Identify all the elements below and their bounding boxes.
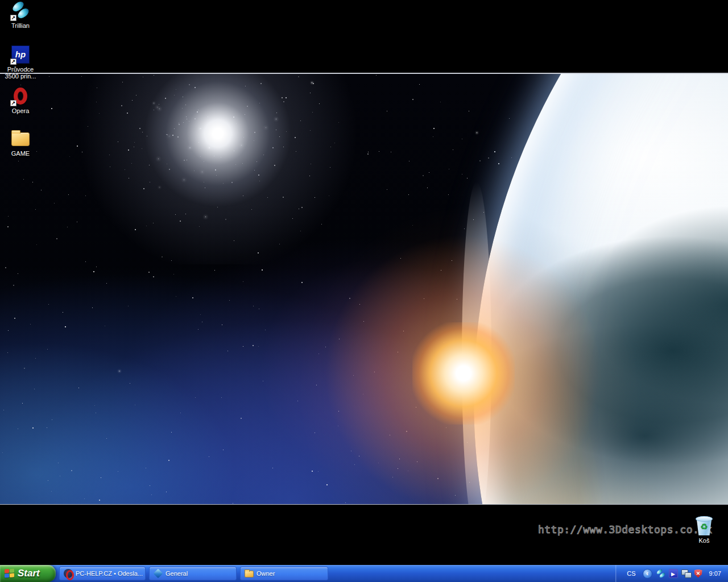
- diamond-icon: [154, 569, 163, 579]
- icon-label: Koš: [684, 537, 725, 544]
- icon-label-line2: 3500 prin...: [0, 73, 41, 80]
- desktop-icon-hp-wizard[interactable]: hp ↗ Průvodce 3500 prin...: [0, 45, 41, 80]
- windows-logo-icon: [5, 568, 15, 578]
- hp-icon: hp ↗: [11, 45, 30, 64]
- system-tray: CS ‹ ▶ ✕ 9:07: [615, 565, 728, 582]
- sun-flare-core: [412, 322, 515, 425]
- desktop-icon-game[interactable]: GAME: [0, 129, 41, 157]
- taskbar-button-pchelp[interactable]: PC-HELP.CZ • Odesla...: [59, 567, 146, 580]
- wallpaper: [0, 73, 728, 505]
- network-tray-icon[interactable]: [681, 569, 691, 578]
- desktop: ↗ Trillian hp ↗ Průvodce 3500 prin... ↗ …: [0, 0, 728, 582]
- trillian-icon: ↗: [11, 1, 30, 20]
- recycle-symbol-icon: ♻: [696, 521, 713, 533]
- shortcut-arrow-icon: ↗: [10, 100, 16, 106]
- icon-label: Trillian: [0, 22, 41, 29]
- icon-label: GAME: [0, 150, 41, 157]
- taskbar: Start PC-HELP.CZ • Odesla... General Own…: [0, 565, 728, 582]
- desktop-icon-opera[interactable]: ↗ Opera: [0, 86, 41, 114]
- taskbar-button-owner[interactable]: Owner: [240, 567, 328, 580]
- collapse-chevron-icon[interactable]: ‹: [643, 569, 652, 579]
- language-indicator[interactable]: CS: [623, 570, 639, 577]
- start-button[interactable]: Start: [0, 565, 56, 582]
- shortcut-arrow-icon: ↗: [10, 59, 16, 65]
- media-player-tray-icon[interactable]: ▶: [669, 569, 678, 578]
- start-label: Start: [18, 568, 43, 579]
- icon-label: Opera: [0, 107, 41, 114]
- recycle-bin-icon: ♻: [694, 516, 714, 535]
- desktop-icon-trillian[interactable]: ↗ Trillian: [0, 1, 41, 29]
- folder-icon: [11, 129, 30, 148]
- folder-icon: [245, 571, 254, 577]
- taskbar-clock[interactable]: 9:07: [706, 570, 723, 577]
- trillian-tray-icon[interactable]: [656, 569, 665, 579]
- shortcut-arrow-icon: ↗: [10, 15, 16, 21]
- desktop-icon-recycle-bin[interactable]: ♻ Koš: [684, 516, 725, 544]
- opera-icon: ↗: [11, 86, 30, 106]
- taskbar-button-general[interactable]: General: [149, 567, 237, 580]
- icon-label: Průvodce: [0, 66, 41, 73]
- security-alert-tray-icon[interactable]: ✕: [694, 569, 702, 578]
- opera-icon: [64, 569, 73, 578]
